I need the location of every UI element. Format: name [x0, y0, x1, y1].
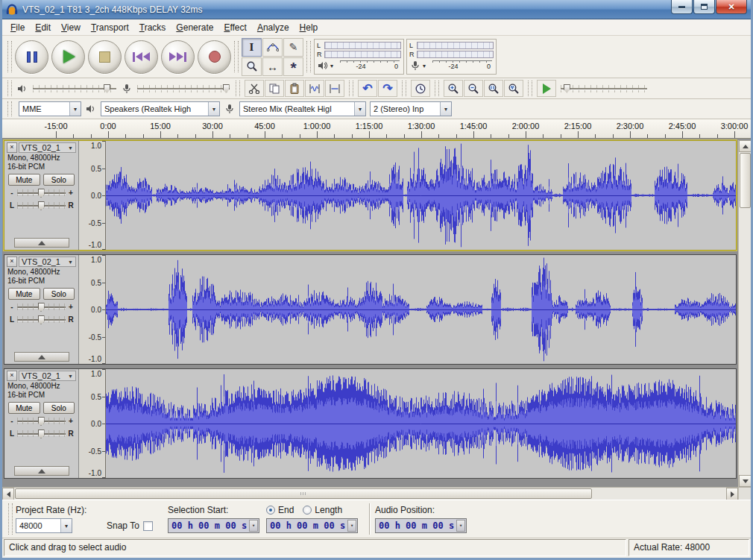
input-device-select[interactable]: Stereo Mix (Realtek Higl ▾ — [239, 101, 366, 116]
solo-button[interactable]: Solo — [43, 402, 75, 414]
scroll-down-button[interactable] — [739, 475, 751, 487]
mute-button[interactable]: Mute — [8, 288, 40, 300]
input-volume-slider[interactable] — [136, 83, 231, 95]
draw-tool-button[interactable] — [283, 38, 303, 57]
toolbar-grip[interactable] — [7, 101, 12, 116]
gain-slider-thumb[interactable] — [38, 303, 45, 312]
toolbar-grip[interactable] — [349, 81, 353, 95]
mute-button[interactable]: Mute — [8, 174, 40, 186]
toolbar-grip[interactable] — [7, 41, 12, 72]
gain-slider-track[interactable] — [17, 302, 66, 312]
pan-slider[interactable]: L R — [4, 199, 78, 212]
menu-item-edit[interactable]: Edit — [30, 20, 56, 35]
selection-start-field[interactable]: 00 h 00 m 00 s ▾ — [168, 518, 259, 533]
scroll-left-button[interactable] — [2, 488, 14, 500]
track-close-button[interactable]: × — [7, 371, 17, 381]
envelope-tool-button[interactable] — [262, 38, 283, 57]
timer-button[interactable] — [411, 80, 430, 97]
solo-button[interactable]: Solo — [43, 174, 75, 186]
menu-item-transport[interactable]: Transport — [86, 20, 134, 35]
stop-button[interactable] — [88, 40, 122, 74]
record-button[interactable] — [198, 40, 231, 74]
minimize-button[interactable] — [671, 0, 693, 14]
playback-speed-slider[interactable] — [559, 83, 649, 95]
menu-item-view[interactable]: View — [56, 20, 86, 35]
project-rate-select[interactable]: 48000 ▾ — [16, 518, 72, 533]
vertical-ruler[interactable]: 1.00.50.0-0.5-1.0 — [79, 255, 106, 364]
pan-slider-thumb[interactable] — [38, 201, 45, 210]
gain-slider[interactable]: - + — [4, 415, 78, 427]
gain-slider-track[interactable] — [17, 188, 66, 198]
collapse-button[interactable] — [14, 466, 69, 476]
time-shift-tool-button[interactable] — [262, 57, 283, 76]
toolbar-grip[interactable] — [435, 81, 439, 95]
chevron-down-icon[interactable]: ▾ — [456, 520, 465, 532]
multi-tool-button[interactable] — [283, 57, 303, 76]
horizontal-scrollbar-thumb[interactable] — [15, 488, 592, 499]
toolbar-grip[interactable] — [236, 81, 240, 95]
output-device-select[interactable]: Speakers (Realtek High ▾ — [101, 101, 220, 116]
fit-project-button[interactable] — [504, 80, 523, 97]
vertical-scrollbar-thumb[interactable] — [740, 153, 751, 208]
menu-item-generate[interactable]: Generate — [171, 20, 218, 35]
menu-item-file[interactable]: File — [5, 20, 30, 35]
menu-item-analyze[interactable]: Analyze — [252, 20, 294, 35]
toolbar-grip[interactable] — [528, 81, 532, 95]
track-control-panel[interactable]: × VTS_02_1 ▼ Mono, 48000Hz 16-bit PCM Mu… — [4, 141, 79, 250]
chevron-down-icon[interactable]: ▾ — [330, 63, 337, 69]
scroll-right-button[interactable] — [726, 488, 738, 500]
gain-slider-thumb[interactable] — [38, 189, 45, 198]
chevron-down-icon[interactable]: ▾ — [347, 520, 356, 532]
horizontal-scrollbar-track[interactable] — [14, 488, 726, 500]
redo-button[interactable] — [378, 80, 397, 97]
end-radio[interactable] — [266, 506, 275, 515]
waveform-display[interactable] — [106, 141, 736, 250]
fit-selection-button[interactable] — [484, 80, 503, 97]
horizontal-scrollbar[interactable] — [2, 487, 751, 500]
scroll-up-button[interactable] — [739, 140, 751, 152]
vertical-scrollbar[interactable] — [738, 140, 751, 487]
gain-slider-thumb[interactable] — [38, 417, 45, 426]
chevron-down-icon[interactable]: ▾ — [249, 520, 258, 532]
paste-button[interactable] — [285, 80, 304, 97]
toolbar-grip[interactable] — [306, 41, 311, 72]
chevron-down-icon[interactable]: ▾ — [423, 63, 429, 69]
cut-button[interactable] — [245, 80, 264, 97]
gain-slider[interactable]: - + — [4, 301, 78, 313]
track-title-menu[interactable]: VTS_02_1 ▼ — [19, 142, 76, 153]
audio-host-select[interactable]: MME ▾ — [19, 101, 81, 116]
selection-tool-button[interactable] — [242, 38, 262, 57]
timeline-ruler[interactable]: -15:000:0015:0030:0045:001:00:001:15:001… — [2, 119, 751, 139]
gain-slider-track[interactable] — [17, 416, 66, 426]
track-title-menu[interactable]: VTS_02_1 ▼ — [19, 257, 76, 267]
track-close-button[interactable]: × — [7, 142, 17, 153]
pan-slider[interactable]: L R — [4, 313, 78, 326]
zoom-tool-button[interactable] — [242, 57, 262, 76]
gain-slider[interactable]: - + — [4, 186, 78, 199]
collapse-button[interactable] — [14, 352, 69, 362]
play-at-speed-button[interactable] — [537, 80, 556, 97]
recording-meter[interactable]: L R ▾ -24 0 — [406, 39, 497, 75]
pause-button[interactable] — [15, 40, 48, 74]
pan-slider-track[interactable] — [17, 429, 66, 438]
toolbar-grip[interactable] — [7, 81, 12, 95]
pan-slider-track[interactable] — [17, 201, 66, 210]
copy-button[interactable] — [265, 80, 284, 97]
menu-item-effect[interactable]: Effect — [218, 20, 251, 35]
titlebar[interactable]: VTS_02_1 T81 3_2ch 448Kbps DELAY 32ms — [2, 0, 751, 19]
skip-to-end-button[interactable] — [161, 40, 195, 74]
pan-slider-track[interactable] — [17, 315, 66, 324]
menu-item-tracks[interactable]: Tracks — [134, 20, 171, 35]
close-button[interactable] — [716, 0, 747, 14]
vertical-ruler[interactable]: 1.00.50.0-0.5-1.0 — [79, 369, 106, 478]
audio-position-field[interactable]: 00 h 00 m 00 s ▾ — [375, 518, 467, 533]
snap-to-checkbox[interactable] — [143, 521, 153, 531]
length-radio[interactable] — [303, 506, 312, 515]
waveform-display[interactable] — [106, 369, 736, 478]
input-channels-select[interactable]: 2 (Stereo) Inp ▾ — [370, 101, 452, 116]
maximize-button[interactable] — [693, 0, 715, 14]
pan-slider-thumb[interactable] — [38, 430, 45, 438]
track-control-panel[interactable]: × VTS_02_1 ▼ Mono, 48000Hz 16-bit PCM Mu… — [4, 369, 79, 478]
track-control-panel[interactable]: × VTS_02_1 ▼ Mono, 48000Hz 16-bit PCM Mu… — [4, 255, 79, 364]
pan-slider[interactable]: L R — [4, 427, 78, 440]
